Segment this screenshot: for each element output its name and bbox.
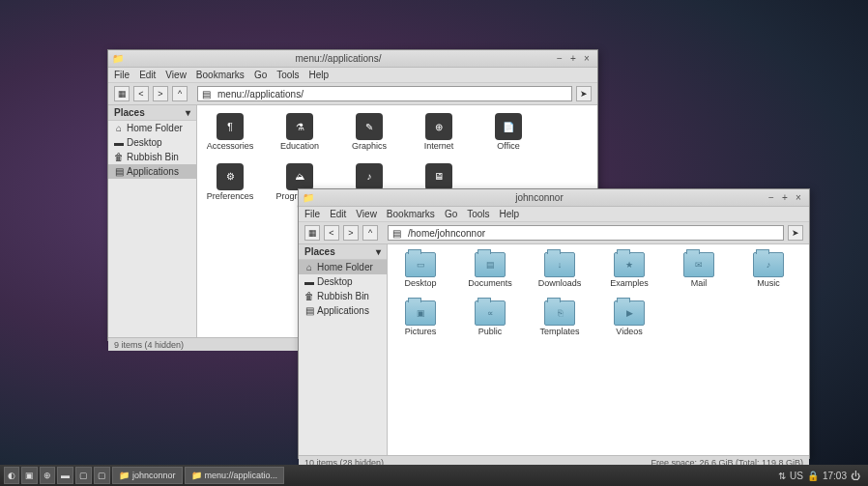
launcher-filemanager[interactable]: ▣ xyxy=(21,467,38,484)
forward-button[interactable]: > xyxy=(343,225,359,241)
workspace-1[interactable]: ▢ xyxy=(75,467,92,484)
up-button[interactable]: ^ xyxy=(172,86,188,101)
workspace-2[interactable]: ▢ xyxy=(94,467,110,484)
sidebar-item-rubbish-bin[interactable]: 🗑Rubbish Bin xyxy=(108,150,196,164)
folder-icon: ▭ xyxy=(405,252,436,277)
sidebar-item-desktop[interactable]: ▬Desktop xyxy=(108,135,196,150)
folder-pictures[interactable]: ▣Pictures xyxy=(395,300,446,337)
address-bar[interactable]: ▤ /home/johnconnor xyxy=(388,225,784,241)
folder-documents[interactable]: ▤Documents xyxy=(465,252,515,289)
app-office[interactable]: 📄Office xyxy=(483,113,534,152)
app-accessories[interactable]: ¶Accessories xyxy=(205,113,255,152)
close-button[interactable]: × xyxy=(792,192,805,203)
sidebar-item-rubbish-bin[interactable]: 🗑Rubbish Bin xyxy=(299,289,387,303)
maximize-button[interactable]: + xyxy=(566,53,580,64)
close-button[interactable]: × xyxy=(580,53,593,64)
app-label: Accessories xyxy=(207,142,254,152)
launcher-browser[interactable]: ⊕ xyxy=(40,467,55,484)
menu-edit[interactable]: Edit xyxy=(330,209,346,219)
app-label: Education xyxy=(280,142,319,152)
sidebar-item-label: Home Folder xyxy=(127,123,183,133)
titlebar[interactable]: 📁 johnconnor − + × xyxy=(299,189,809,207)
chevron-down-icon[interactable]: ▾ xyxy=(376,246,381,257)
folder-templates[interactable]: ⎘Templates xyxy=(535,300,585,337)
place-icon: ▤ xyxy=(304,305,314,316)
app-icon: ♪ xyxy=(356,163,383,190)
menu-go[interactable]: Go xyxy=(254,70,267,80)
lock-icon[interactable]: 🔒 xyxy=(807,471,819,481)
start-button[interactable]: ◐ xyxy=(4,467,19,484)
menu-bookmarks[interactable]: Bookmarks xyxy=(387,209,435,219)
place-icon: ⌂ xyxy=(114,123,124,133)
folder-desktop[interactable]: ▭Desktop xyxy=(395,252,446,289)
address-bar[interactable]: ▤ menu://applications/ xyxy=(197,86,572,101)
maximize-button[interactable]: + xyxy=(778,192,792,203)
app-label: Preferences xyxy=(207,192,254,202)
go-button[interactable]: ➤ xyxy=(576,86,592,101)
up-button[interactable]: ^ xyxy=(362,225,378,241)
go-button[interactable]: ➤ xyxy=(788,225,803,241)
menu-file[interactable]: File xyxy=(304,209,320,219)
menu-tools[interactable]: Tools xyxy=(467,209,489,219)
app-internet[interactable]: ⊕Internet xyxy=(414,113,464,152)
sidebar-item-label: Desktop xyxy=(127,137,162,148)
sidebar-item-home-folder[interactable]: ⌂Home Folder xyxy=(299,260,387,274)
launcher-minimize[interactable]: ▬ xyxy=(57,467,73,484)
taskbar-item-home[interactable]: 📁 johnconnor xyxy=(112,467,183,484)
toolbar: ▦ < > ^ ▤ menu://applications/ ➤ xyxy=(108,83,597,105)
menu-file[interactable]: File xyxy=(114,70,130,80)
folder-label: Public xyxy=(478,328,503,337)
folder-icon: ▤ xyxy=(202,89,214,100)
back-button[interactable]: < xyxy=(133,86,149,101)
folder-icon: ♪ xyxy=(753,252,784,277)
network-icon[interactable]: ⇅ xyxy=(778,471,786,481)
address-text: /home/johnconnor xyxy=(408,228,485,239)
window-title: johnconnor xyxy=(314,192,765,203)
menu-bookmarks[interactable]: Bookmarks xyxy=(196,70,245,80)
sidebar-item-home-folder[interactable]: ⌂Home Folder xyxy=(108,121,196,135)
app-icon: ⚙ xyxy=(217,163,244,190)
menu-view[interactable]: View xyxy=(165,70,187,80)
menu-go[interactable]: Go xyxy=(445,209,457,219)
power-icon[interactable]: ⏻ xyxy=(851,471,860,481)
app-graphics[interactable]: ✎Graphics xyxy=(344,113,394,152)
app-icon: 📄 xyxy=(495,113,522,140)
back-button[interactable]: < xyxy=(324,225,339,241)
add-tab-button[interactable]: ▦ xyxy=(114,86,130,101)
folder-icon: ▤ xyxy=(392,228,404,239)
folder-public[interactable]: ∝Public xyxy=(465,300,515,337)
app-label: Office xyxy=(497,142,519,152)
folder-examples[interactable]: ★Examples xyxy=(604,252,654,289)
taskbar-item-apps[interactable]: 📁 menu://applicatio... xyxy=(185,467,285,484)
folder-icon: 📁 xyxy=(119,471,130,480)
app-education[interactable]: ⚗Education xyxy=(275,113,325,152)
menu-help[interactable]: Help xyxy=(309,70,330,80)
menu-tools[interactable]: Tools xyxy=(276,70,299,80)
folder-mail[interactable]: ✉Mail xyxy=(674,252,724,289)
sidebar-item-desktop[interactable]: ▬Desktop xyxy=(299,274,387,289)
window-title: menu://applications/ xyxy=(124,53,553,64)
folder-icon: ▣ xyxy=(405,300,436,326)
app-preferences[interactable]: ⚙Preferences xyxy=(205,163,255,212)
menu-help[interactable]: Help xyxy=(500,209,520,219)
minimize-button[interactable]: − xyxy=(765,192,778,203)
minimize-button[interactable]: − xyxy=(553,53,566,64)
keyboard-layout[interactable]: US xyxy=(790,471,803,481)
folder-videos[interactable]: ▶Videos xyxy=(604,300,654,337)
folder-icon: ∝ xyxy=(475,300,506,326)
app-icon: ¶ xyxy=(217,113,244,140)
folder-music[interactable]: ♪Music xyxy=(743,252,794,289)
add-tab-button[interactable]: ▦ xyxy=(304,225,320,241)
sidebar-item-applications[interactable]: ▤Applications xyxy=(299,303,387,318)
clock[interactable]: 17:03 xyxy=(823,471,847,481)
chevron-down-icon[interactable]: ▾ xyxy=(186,107,190,118)
titlebar[interactable]: 📁 menu://applications/ − + × xyxy=(108,50,597,68)
forward-button[interactable]: > xyxy=(153,86,168,101)
menu-edit[interactable]: Edit xyxy=(139,70,156,80)
places-header: Places ▾ xyxy=(108,105,196,121)
menu-view[interactable]: View xyxy=(356,209,377,219)
folder-downloads[interactable]: ↓Downloads xyxy=(535,252,585,289)
sidebar-item-applications[interactable]: ▤Applications xyxy=(108,164,196,179)
app-label: Graphics xyxy=(352,142,387,152)
place-icon: 🗑 xyxy=(114,152,124,162)
